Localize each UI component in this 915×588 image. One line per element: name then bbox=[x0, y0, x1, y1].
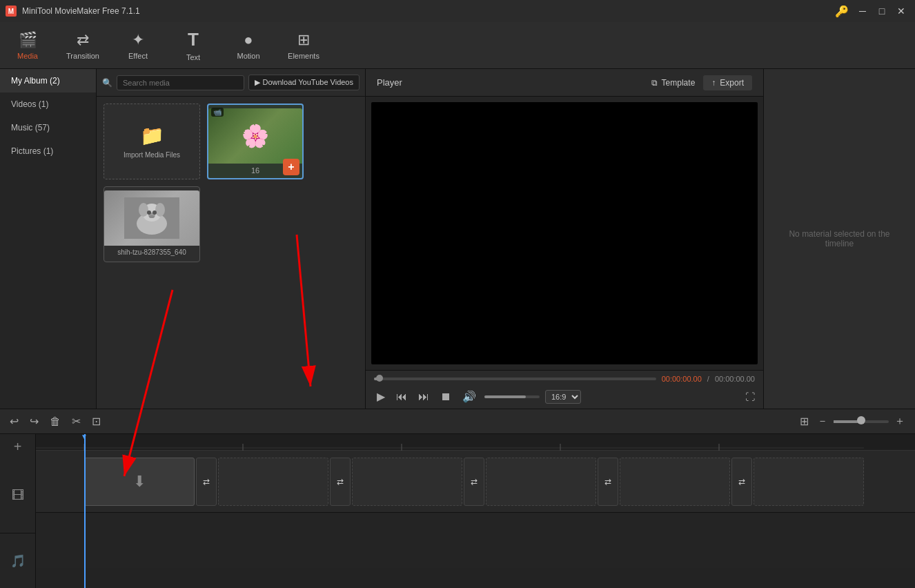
play-button[interactable]: ▶ bbox=[374, 389, 388, 404]
elements-label: Elements bbox=[288, 52, 319, 60]
zoom-in-button[interactable]: ＋ bbox=[892, 411, 908, 431]
sidebar-item-music[interactable]: Music (57) bbox=[0, 116, 96, 139]
svg-point-4 bbox=[155, 203, 165, 217]
transition-icon-5: ⇄ bbox=[738, 477, 745, 487]
shih-tzu-card[interactable]: shih-tzu-8287355_640 bbox=[104, 186, 200, 262]
timeline-ruler bbox=[36, 434, 915, 451]
export-button[interactable]: ↑ Export bbox=[703, 75, 752, 90]
current-time: 00:00:00.00 bbox=[662, 375, 702, 383]
toolbar-transition[interactable]: ⇄ Transition bbox=[55, 22, 110, 69]
clip-download-icon: ⬇ bbox=[133, 473, 146, 491]
transition-3[interactable]: ⇄ bbox=[464, 458, 484, 506]
next-frame-button[interactable]: ⏭ bbox=[415, 389, 432, 404]
info-panel: No material selected on the timeline bbox=[763, 69, 915, 409]
key-icon: 🔑 bbox=[835, 5, 849, 18]
toolbar: 🎬 Media ⇄ Transition ✦ Effect T Text ● M… bbox=[0, 22, 915, 69]
import-media-card[interactable]: 📁 Import Media Files bbox=[104, 104, 200, 179]
time-separator: / bbox=[707, 375, 709, 383]
transition-1[interactable]: ⇄ bbox=[196, 458, 217, 506]
import-label: Import Media Files bbox=[124, 151, 180, 159]
toolbar-elements[interactable]: ⊞ Elements bbox=[276, 22, 331, 69]
empty-clip-4 bbox=[620, 458, 730, 506]
undo-button[interactable]: ↩ bbox=[7, 412, 21, 431]
crop-button[interactable]: ⊡ bbox=[89, 412, 104, 431]
text-label: Text bbox=[186, 53, 200, 61]
audio-track-icon: 🎵 bbox=[10, 553, 26, 569]
toolbar-text[interactable]: T Text bbox=[166, 22, 221, 69]
app-icon: M bbox=[6, 6, 17, 17]
transition-4[interactable]: ⇄ bbox=[598, 458, 618, 506]
sidebar-item-pictures[interactable]: Pictures (1) bbox=[0, 139, 96, 163]
sidebar-item-my-album[interactable]: My Album (2) bbox=[0, 69, 96, 92]
media-icon: 🎬 bbox=[19, 31, 37, 49]
player-title: Player bbox=[377, 77, 643, 88]
zoom-fit-button[interactable]: ⊞ bbox=[797, 412, 811, 431]
video-clip-1[interactable]: ⬇ bbox=[84, 458, 195, 506]
media-search-toolbar: 🔍 ▶ Download YouTube Videos bbox=[97, 69, 365, 97]
timeline-tracks: + 🎞 🎵 bbox=[0, 434, 915, 588]
media-panel: 🔍 ▶ Download YouTube Videos 📁 Import Med… bbox=[97, 69, 366, 409]
template-button[interactable]: ⧉ Template bbox=[643, 75, 704, 90]
timeline-area: ↩ ↪ 🗑 ✂ ⊡ ⊞ － ＋ + 🎞 🎵 bbox=[0, 409, 915, 588]
folder-icon: 📁 bbox=[140, 124, 164, 147]
window-controls: ─ □ ✕ bbox=[854, 3, 909, 19]
volume-slider[interactable] bbox=[484, 395, 540, 398]
seek-bar-container: 00:00:00.00 / 00:00:00.00 bbox=[374, 375, 755, 383]
transition-icon: ⇄ bbox=[203, 477, 210, 487]
close-button[interactable]: ✕ bbox=[893, 3, 909, 19]
seek-bar[interactable] bbox=[374, 378, 656, 380]
volume-button[interactable]: 🔊 bbox=[460, 389, 479, 404]
empty-clip-3 bbox=[486, 458, 596, 506]
empty-clip-2 bbox=[352, 458, 462, 506]
titlebar: M MiniTool MovieMaker Free 7.1.1 🔑 ─ □ ✕ bbox=[0, 0, 915, 22]
add-track-button[interactable]: + bbox=[0, 434, 35, 459]
transition-5[interactable]: ⇄ bbox=[731, 458, 752, 506]
maximize-button[interactable]: □ bbox=[874, 3, 890, 19]
cut-button[interactable]: ✂ bbox=[69, 412, 83, 431]
add-to-timeline-button[interactable]: + bbox=[283, 159, 299, 175]
svg-point-3 bbox=[139, 203, 148, 217]
aspect-ratio-select[interactable]: 16:9 bbox=[545, 390, 581, 404]
playhead[interactable] bbox=[84, 434, 86, 588]
toolbar-effect[interactable]: ✦ Effect bbox=[110, 22, 166, 69]
redo-button[interactable]: ↪ bbox=[27, 412, 41, 431]
track-labels: + 🎞 🎵 bbox=[0, 434, 36, 588]
zoom-out-button[interactable]: － bbox=[814, 411, 831, 431]
player-panel: Player ⧉ Template ↑ Export 00:00:00.00 /… bbox=[366, 69, 763, 409]
prev-frame-button[interactable]: ⏮ bbox=[393, 389, 410, 404]
video-card-16[interactable]: 🌸 16 📹 + bbox=[207, 104, 304, 179]
media-grid: 📁 Import Media Files 🌸 16 📹 + bbox=[97, 97, 365, 409]
video-track-icon: 🎞 bbox=[12, 489, 24, 503]
transition-2[interactable]: ⇄ bbox=[330, 458, 351, 506]
app-title: MiniTool MovieMaker Free 7.1.1 bbox=[22, 6, 835, 16]
sidebar: My Album (2) Videos (1) Music (57) Pictu… bbox=[0, 69, 97, 409]
svg-point-7 bbox=[152, 210, 157, 215]
motion-icon: ● bbox=[244, 31, 253, 49]
effect-label: Effect bbox=[128, 52, 148, 60]
zoom-slider[interactable] bbox=[834, 420, 889, 423]
download-youtube-button[interactable]: ▶ Download YouTube Videos bbox=[248, 75, 360, 90]
toolbar-motion[interactable]: ● Motion bbox=[221, 22, 276, 69]
timeline-toolbar: ↩ ↪ 🗑 ✂ ⊡ ⊞ － ＋ bbox=[0, 409, 915, 434]
stop-button[interactable]: ⏹ bbox=[437, 389, 454, 404]
toolbar-media[interactable]: 🎬 Media bbox=[0, 22, 55, 69]
minimize-button[interactable]: ─ bbox=[854, 3, 871, 19]
svg-point-8 bbox=[149, 215, 155, 218]
transition-label: Transition bbox=[66, 52, 99, 60]
content-area: My Album (2) Videos (1) Music (57) Pictu… bbox=[0, 69, 915, 409]
player-header: Player ⧉ Template ↑ Export bbox=[366, 69, 763, 97]
empty-clip-1 bbox=[218, 458, 328, 506]
search-input[interactable] bbox=[117, 75, 244, 90]
template-icon: ⧉ bbox=[651, 78, 658, 88]
effect-icon: ✦ bbox=[132, 31, 144, 49]
text-icon: T bbox=[188, 29, 199, 50]
transition-icon: ⇄ bbox=[77, 31, 89, 49]
playback-controls: ▶ ⏮ ⏭ ⏹ 🔊 16:9 ⛶ bbox=[374, 389, 755, 404]
video-track-row: ⬇ ⇄ ⇄ ⇄ bbox=[36, 451, 915, 513]
transition-icon-3: ⇄ bbox=[471, 477, 478, 487]
sidebar-item-videos[interactable]: Videos (1) bbox=[0, 92, 96, 116]
fullscreen-button[interactable]: ⛶ bbox=[745, 391, 755, 402]
delete-button[interactable]: 🗑 bbox=[47, 413, 63, 431]
shih-tzu-thumbnail bbox=[104, 190, 199, 246]
audio-track-label: 🎵 bbox=[0, 533, 35, 588]
